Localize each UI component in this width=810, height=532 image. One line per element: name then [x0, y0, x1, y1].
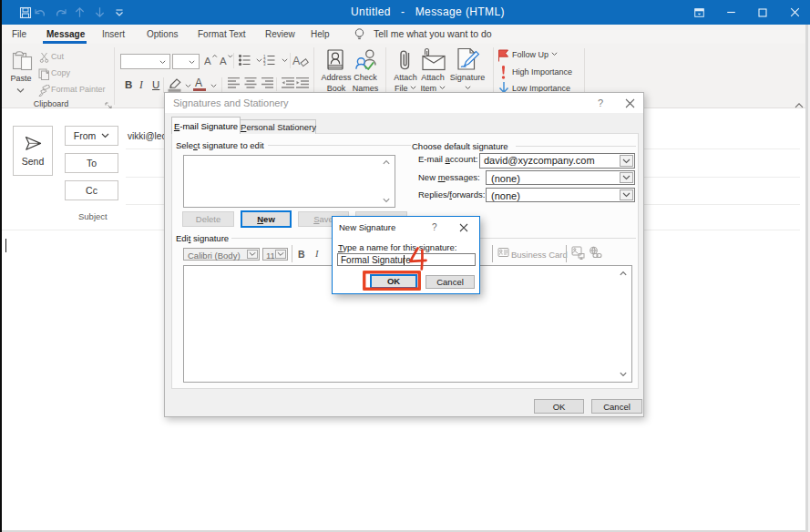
svg-text:A: A — [292, 55, 301, 67]
svg-text:A: A — [204, 56, 211, 66]
svg-text:A: A — [220, 56, 227, 66]
svg-text:3: 3 — [263, 62, 266, 66]
